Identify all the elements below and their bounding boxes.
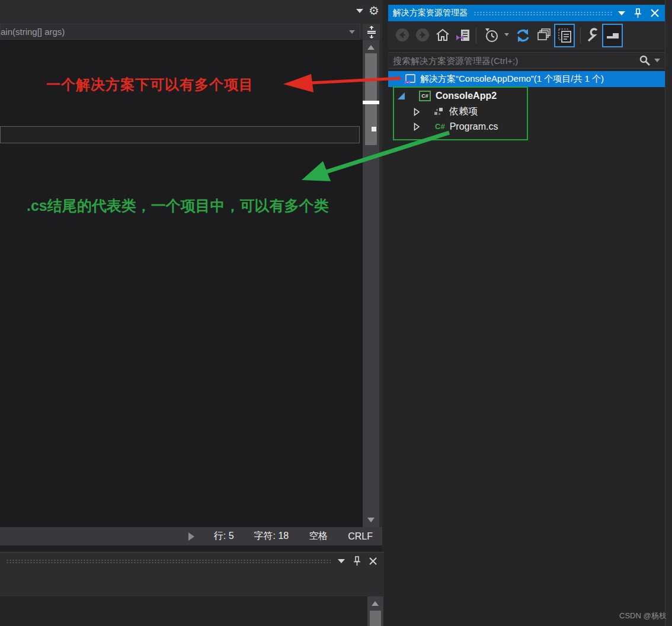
pin-icon [353, 556, 361, 566]
panel-gap [0, 545, 382, 552]
document-well-toolbar: ⚙ [0, 0, 382, 24]
forward-button[interactable] [415, 28, 430, 42]
close-icon [369, 557, 377, 565]
dependencies-label: 依赖项 [449, 105, 478, 118]
csharp-file-icon: C# [435, 122, 445, 131]
chevron-down-icon [618, 11, 625, 15]
window-menu-button[interactable] [618, 11, 625, 15]
horizontal-scroll-arrow-icon[interactable] [188, 532, 194, 541]
close-button[interactable] [369, 557, 377, 565]
red-annotation-text: 一个解决方案下可以有多个项目 [46, 75, 254, 94]
scrollbar-mark [372, 127, 376, 131]
csharp-project-icon: C# [419, 91, 431, 101]
editor-navigation-bar[interactable]: ain(string[] args) [0, 24, 360, 40]
back-icon [395, 28, 409, 42]
close-button[interactable] [651, 9, 659, 17]
pin-button[interactable] [353, 556, 361, 566]
split-editor-button[interactable] [363, 24, 380, 40]
pending-changes-filter-button[interactable] [484, 28, 500, 43]
panel-title: 解决方案资源管理器 [393, 8, 468, 18]
toolbar-separator [580, 27, 581, 44]
collapse-all-icon [536, 28, 552, 42]
home-icon [436, 28, 450, 42]
search-input[interactable] [393, 56, 639, 66]
refresh-button[interactable] [515, 28, 531, 43]
switch-views-button[interactable] [455, 28, 471, 43]
show-all-files-toggle[interactable] [554, 24, 575, 47]
bottom-panel-scrollbar[interactable] [367, 596, 383, 626]
program-label: Program.cs [450, 121, 498, 132]
solution-explorer-toolbar [388, 21, 665, 50]
properties-button[interactable] [585, 28, 599, 42]
chevron-down-icon[interactable] [356, 9, 363, 13]
editor-vertical-scrollbar[interactable] [363, 40, 379, 527]
tree-row-solution[interactable]: 解决方案“ConsoleAppDemo”(1 个项目/共 1 个) [388, 71, 665, 87]
titlebar-grip [473, 11, 612, 15]
scroll-up-arrow-icon[interactable] [372, 601, 379, 606]
indent-indicator[interactable]: 空格 [309, 530, 328, 542]
tree-row-project[interactable]: C# ConsoleApp2 [388, 88, 665, 104]
chevron-down-icon[interactable] [349, 30, 355, 34]
split-arrows-icon [366, 25, 377, 38]
pending-changes-filter-icon [484, 28, 500, 43]
toolbar-separator [476, 27, 476, 44]
forward-icon [415, 28, 430, 42]
column-indicator[interactable]: 字符: 18 [254, 530, 289, 542]
eol-indicator[interactable]: CRLF [348, 531, 373, 542]
chevron-down-icon[interactable] [654, 59, 660, 62]
expander-collapsed-icon[interactable] [414, 123, 420, 131]
window-menu-button[interactable] [338, 559, 345, 563]
preview-selected-items-icon [606, 31, 619, 40]
method-dropdown-label[interactable]: ain(string[] args) [1, 27, 65, 37]
expander-expanded-icon[interactable] [398, 92, 405, 99]
window-edge [665, 0, 672, 626]
scroll-up-arrow-icon[interactable] [367, 45, 375, 50]
visual-studio-window: ⚙ ain(string[] args) 一个解决方案下可以有多个项目 .cs结… [0, 0, 672, 626]
dependencies-icon [434, 107, 446, 117]
solution-explorer-titlebar[interactable]: 解决方案资源管理器 [388, 5, 665, 21]
close-icon [651, 9, 659, 17]
scrollbar-caret-marker [363, 101, 379, 104]
bottom-panel-titlebar[interactable] [0, 552, 384, 570]
expander-collapsed-icon[interactable] [414, 108, 420, 116]
chevron-down-icon [504, 33, 509, 36]
search-icon[interactable] [639, 54, 651, 66]
pin-icon [634, 8, 642, 18]
titlebar-grip [6, 559, 331, 563]
panel-divider[interactable] [382, 0, 388, 626]
gear-icon[interactable]: ⚙ [369, 5, 379, 17]
solution-explorer-panel: 解决方案资源管理器 [388, 0, 672, 626]
project-label: ConsoleApp2 [436, 91, 497, 101]
split-pane-navigation-bar[interactable] [0, 126, 360, 143]
pin-button[interactable] [634, 8, 642, 18]
solution-icon [404, 73, 416, 85]
collapse-all-button[interactable] [536, 28, 552, 42]
tree-row-dependencies[interactable]: 依赖项 [388, 104, 665, 119]
bottom-panel-content [0, 596, 384, 626]
refresh-icon [515, 28, 531, 43]
preview-selected-items-toggle[interactable] [602, 24, 623, 47]
line-indicator[interactable]: 行: 5 [214, 530, 234, 542]
back-button[interactable] [395, 28, 409, 42]
scrollbar-thumb[interactable] [370, 611, 381, 626]
properties-wrench-icon [585, 28, 599, 42]
switch-views-icon [455, 28, 471, 43]
watermark-text: CSDN @杨枝 [619, 611, 667, 621]
green-annotation-text: .cs结尾的代表类，一个项目中，可以有多个类 [27, 196, 329, 216]
code-editor-area[interactable] [0, 40, 363, 527]
scroll-down-arrow-icon[interactable] [367, 518, 375, 522]
tree-row-program[interactable]: C# Program.cs [388, 119, 665, 134]
solution-label: 解决方案“ConsoleAppDemo”(1 个项目/共 1 个) [420, 73, 604, 85]
home-button[interactable] [436, 28, 450, 42]
bottom-panel-body [0, 570, 384, 596]
show-all-files-icon [558, 28, 572, 43]
chevron-down-icon [338, 559, 345, 563]
solution-explorer-search[interactable] [388, 52, 665, 69]
filter-dropdown-button[interactable] [504, 33, 509, 36]
